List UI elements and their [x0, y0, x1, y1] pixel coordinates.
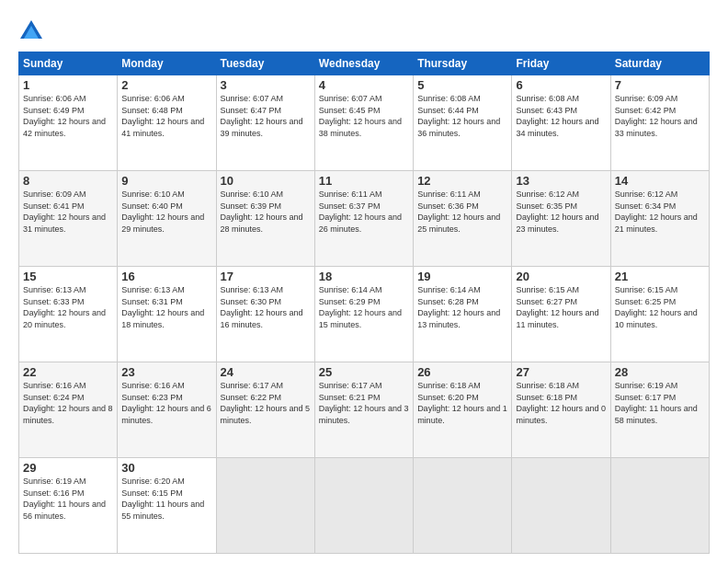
day-number: 27 — [516, 365, 606, 379]
page: SundayMondayTuesdayWednesdayThursdayFrid… — [0, 0, 728, 563]
calendar-week-row: 22 Sunrise: 6:16 AMSunset: 6:24 PMDaylig… — [19, 362, 710, 458]
calendar-day-cell: 1 Sunrise: 6:06 AMSunset: 6:49 PMDayligh… — [19, 75, 118, 171]
calendar-day-cell: 22 Sunrise: 6:16 AMSunset: 6:24 PMDaylig… — [19, 362, 118, 458]
calendar-day-cell: 14 Sunrise: 6:12 AMSunset: 6:34 PMDaylig… — [610, 171, 709, 267]
day-number: 4 — [319, 78, 409, 92]
day-number: 20 — [516, 270, 606, 283]
day-info: Sunrise: 6:17 AMSunset: 6:22 PMDaylight:… — [221, 381, 311, 425]
day-number: 23 — [121, 365, 211, 379]
day-info: Sunrise: 6:15 AMSunset: 6:27 PMDaylight:… — [516, 285, 598, 329]
day-number: 22 — [23, 365, 113, 379]
day-number: 11 — [319, 174, 409, 188]
col-header-thursday: Thursday — [414, 52, 512, 75]
day-number: 5 — [417, 78, 507, 92]
calendar-day-cell — [314, 458, 413, 554]
day-number: 10 — [221, 174, 311, 188]
calendar-table: SundayMondayTuesdayWednesdayThursdayFrid… — [18, 52, 710, 554]
day-info: Sunrise: 6:06 AMSunset: 6:49 PMDaylight:… — [23, 94, 106, 138]
day-info: Sunrise: 6:12 AMSunset: 6:34 PMDaylight:… — [615, 190, 698, 234]
calendar-day-cell: 28 Sunrise: 6:19 AMSunset: 6:17 PMDaylig… — [610, 362, 709, 458]
day-number: 30 — [121, 461, 211, 475]
calendar-day-cell: 24 Sunrise: 6:17 AMSunset: 6:22 PMDaylig… — [216, 362, 314, 458]
calendar-day-cell: 6 Sunrise: 6:08 AMSunset: 6:43 PMDayligh… — [512, 75, 610, 171]
calendar-day-cell: 11 Sunrise: 6:11 AMSunset: 6:37 PMDaylig… — [314, 171, 413, 267]
day-number: 7 — [615, 78, 705, 92]
calendar-day-cell: 12 Sunrise: 6:11 AMSunset: 6:36 PMDaylig… — [414, 171, 512, 267]
day-number: 6 — [516, 78, 606, 92]
day-info: Sunrise: 6:08 AMSunset: 6:44 PMDaylight:… — [417, 94, 500, 138]
day-info: Sunrise: 6:17 AMSunset: 6:21 PMDaylight:… — [319, 381, 409, 425]
calendar-day-cell — [414, 458, 512, 554]
day-number: 21 — [615, 270, 705, 283]
day-info: Sunrise: 6:09 AMSunset: 6:41 PMDaylight:… — [23, 190, 106, 234]
calendar-day-cell: 30 Sunrise: 6:20 AMSunset: 6:15 PMDaylig… — [118, 458, 216, 554]
calendar-day-cell: 10 Sunrise: 6:10 AMSunset: 6:39 PMDaylig… — [216, 171, 314, 267]
calendar-day-cell: 26 Sunrise: 6:18 AMSunset: 6:20 PMDaylig… — [414, 362, 512, 458]
day-info: Sunrise: 6:12 AMSunset: 6:35 PMDaylight:… — [516, 190, 598, 234]
day-info: Sunrise: 6:19 AMSunset: 6:16 PMDaylight:… — [23, 477, 106, 521]
day-info: Sunrise: 6:16 AMSunset: 6:23 PMDaylight:… — [121, 381, 211, 425]
calendar-day-cell: 23 Sunrise: 6:16 AMSunset: 6:23 PMDaylig… — [118, 362, 216, 458]
calendar-week-row: 29 Sunrise: 6:19 AMSunset: 6:16 PMDaylig… — [19, 458, 710, 554]
day-info: Sunrise: 6:11 AMSunset: 6:36 PMDaylight:… — [417, 190, 500, 234]
day-info: Sunrise: 6:13 AMSunset: 6:31 PMDaylight:… — [121, 285, 204, 329]
day-number: 13 — [516, 174, 606, 188]
calendar-day-cell: 7 Sunrise: 6:09 AMSunset: 6:42 PMDayligh… — [610, 75, 709, 171]
calendar-week-row: 1 Sunrise: 6:06 AMSunset: 6:49 PMDayligh… — [19, 75, 710, 171]
day-info: Sunrise: 6:09 AMSunset: 6:42 PMDaylight:… — [615, 94, 698, 138]
day-info: Sunrise: 6:20 AMSunset: 6:15 PMDaylight:… — [121, 477, 204, 521]
day-info: Sunrise: 6:11 AMSunset: 6:37 PMDaylight:… — [319, 190, 402, 234]
day-info: Sunrise: 6:18 AMSunset: 6:18 PMDaylight:… — [516, 381, 606, 425]
logo — [18, 18, 46, 44]
calendar-day-cell: 13 Sunrise: 6:12 AMSunset: 6:35 PMDaylig… — [512, 171, 610, 267]
calendar-day-cell — [610, 458, 709, 554]
day-number: 1 — [23, 78, 113, 92]
calendar-day-cell: 29 Sunrise: 6:19 AMSunset: 6:16 PMDaylig… — [19, 458, 118, 554]
calendar-day-cell: 27 Sunrise: 6:18 AMSunset: 6:18 PMDaylig… — [512, 362, 610, 458]
calendar-day-cell: 25 Sunrise: 6:17 AMSunset: 6:21 PMDaylig… — [314, 362, 413, 458]
calendar-day-cell: 15 Sunrise: 6:13 AMSunset: 6:33 PMDaylig… — [19, 267, 118, 362]
calendar-day-cell — [512, 458, 610, 554]
col-header-friday: Friday — [512, 52, 610, 75]
day-number: 3 — [221, 78, 311, 92]
col-header-saturday: Saturday — [610, 52, 709, 75]
day-info: Sunrise: 6:07 AMSunset: 6:47 PMDaylight:… — [221, 94, 303, 138]
day-info: Sunrise: 6:18 AMSunset: 6:20 PMDaylight:… — [417, 381, 507, 425]
calendar-week-row: 15 Sunrise: 6:13 AMSunset: 6:33 PMDaylig… — [19, 267, 710, 362]
day-number: 28 — [615, 365, 705, 379]
day-info: Sunrise: 6:16 AMSunset: 6:24 PMDaylight:… — [23, 381, 113, 425]
day-number: 14 — [615, 174, 705, 188]
calendar-day-cell: 21 Sunrise: 6:15 AMSunset: 6:25 PMDaylig… — [610, 267, 709, 362]
day-number: 16 — [121, 270, 211, 283]
day-number: 2 — [121, 78, 211, 92]
day-number: 12 — [417, 174, 507, 188]
col-header-wednesday: Wednesday — [314, 52, 413, 75]
calendar-day-cell: 16 Sunrise: 6:13 AMSunset: 6:31 PMDaylig… — [118, 267, 216, 362]
calendar-day-cell: 20 Sunrise: 6:15 AMSunset: 6:27 PMDaylig… — [512, 267, 610, 362]
logo-icon — [18, 18, 44, 44]
day-info: Sunrise: 6:07 AMSunset: 6:45 PMDaylight:… — [319, 94, 402, 138]
day-number: 18 — [319, 270, 409, 283]
day-info: Sunrise: 6:19 AMSunset: 6:17 PMDaylight:… — [615, 381, 698, 425]
day-number: 9 — [121, 174, 211, 188]
day-info: Sunrise: 6:13 AMSunset: 6:33 PMDaylight:… — [23, 285, 106, 329]
day-info: Sunrise: 6:08 AMSunset: 6:43 PMDaylight:… — [516, 94, 598, 138]
calendar-header-row: SundayMondayTuesdayWednesdayThursdayFrid… — [19, 52, 710, 75]
day-number: 8 — [23, 174, 113, 188]
day-info: Sunrise: 6:15 AMSunset: 6:25 PMDaylight:… — [615, 285, 698, 329]
calendar-day-cell: 8 Sunrise: 6:09 AMSunset: 6:41 PMDayligh… — [19, 171, 118, 267]
day-info: Sunrise: 6:14 AMSunset: 6:28 PMDaylight:… — [417, 285, 500, 329]
header — [18, 15, 710, 44]
day-number: 19 — [417, 270, 507, 283]
day-number: 24 — [221, 365, 311, 379]
day-number: 15 — [23, 270, 113, 283]
calendar-week-row: 8 Sunrise: 6:09 AMSunset: 6:41 PMDayligh… — [19, 171, 710, 267]
calendar-day-cell: 5 Sunrise: 6:08 AMSunset: 6:44 PMDayligh… — [414, 75, 512, 171]
col-header-sunday: Sunday — [19, 52, 118, 75]
calendar-day-cell: 4 Sunrise: 6:07 AMSunset: 6:45 PMDayligh… — [314, 75, 413, 171]
calendar-day-cell — [216, 458, 314, 554]
day-info: Sunrise: 6:13 AMSunset: 6:30 PMDaylight:… — [221, 285, 303, 329]
day-number: 17 — [221, 270, 311, 283]
calendar-day-cell: 9 Sunrise: 6:10 AMSunset: 6:40 PMDayligh… — [118, 171, 216, 267]
day-info: Sunrise: 6:14 AMSunset: 6:29 PMDaylight:… — [319, 285, 402, 329]
